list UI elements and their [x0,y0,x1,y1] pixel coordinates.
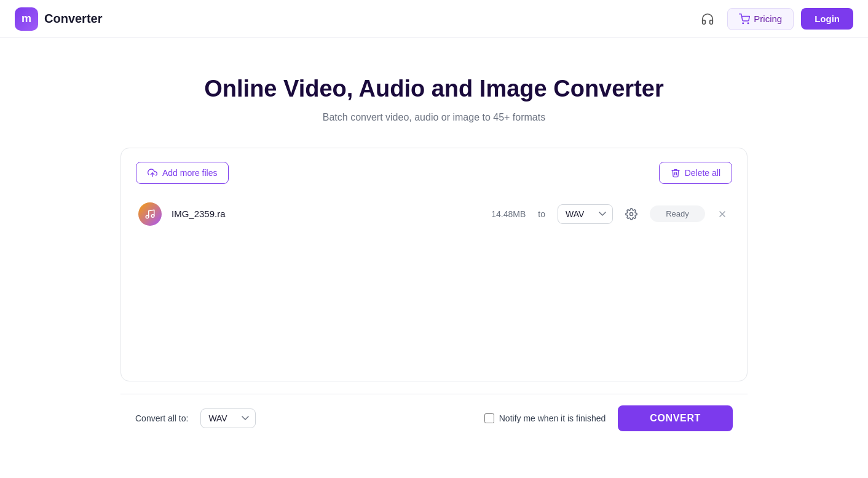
file-row: IMG_2359.ra 14.48MB to WAV MP3 AAC OGG F… [136,196,732,232]
header-actions: Pricing Login [695,7,853,31]
login-button[interactable]: Login [801,8,853,30]
footer-bar: Convert all to: WAV MP3 AAC OGG FLAC M4A… [120,394,748,442]
to-label: to [538,209,545,219]
app-name: Converter [44,12,102,26]
logo-icon: m [15,7,38,31]
convert-button[interactable]: CONVERT [618,405,733,431]
headset-icon [701,12,714,26]
format-select[interactable]: WAV MP3 AAC OGG FLAC M4A WMA [558,204,613,224]
gear-icon [625,208,637,220]
notify-label: Notify me when it is finished [499,413,606,423]
status-badge: Ready [650,205,705,222]
convert-all-label: Convert all to: [135,413,188,423]
svg-point-0 [743,23,744,24]
header: m Converter Pricing Login [0,0,868,38]
file-settings-button[interactable] [623,205,640,223]
delete-all-button[interactable]: Delete all [659,162,732,184]
pricing-label: Pricing [754,14,782,24]
add-files-button[interactable]: Add more files [136,162,229,184]
page-subtitle: Batch convert video, audio or image to 4… [120,112,748,123]
file-panel: Add more files Delete all IMG_235 [120,148,748,381]
pricing-button[interactable]: Pricing [727,8,794,30]
file-type-icon [138,202,162,226]
close-icon [717,209,727,219]
file-size: 14.48MB [476,209,526,219]
convert-all-select[interactable]: WAV MP3 AAC OGG FLAC M4A WMA [200,408,256,428]
music-icon [144,209,156,220]
svg-point-4 [151,214,154,217]
main-content: Online Video, Audio and Image Converter … [108,38,760,455]
support-button[interactable] [695,7,720,31]
notify-wrap: Notify me when it is finished [484,413,606,423]
svg-point-5 [630,212,633,215]
panel-toolbar: Add more files Delete all [136,162,732,184]
upload-icon [148,168,157,178]
svg-point-1 [748,23,749,24]
remove-file-button[interactable] [715,207,730,221]
file-name: IMG_2359.ra [172,209,467,219]
svg-point-3 [146,215,149,218]
cart-icon [739,14,750,25]
page-title: Online Video, Audio and Image Converter [120,75,748,103]
trash-icon [671,168,681,178]
brand: m Converter [15,7,102,31]
notify-checkbox[interactable] [484,413,494,423]
